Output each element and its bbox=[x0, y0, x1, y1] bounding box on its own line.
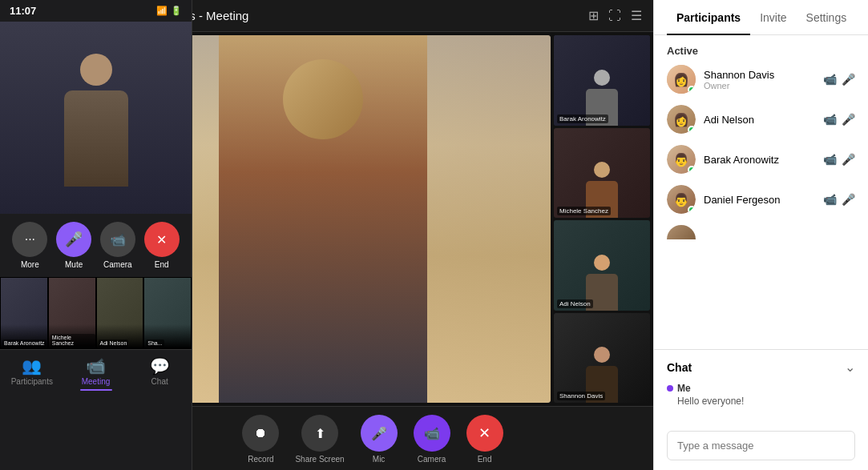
avatar-daniel: 👨 bbox=[667, 185, 696, 214]
mobile-bottom-nav: 👥 Participants 📹 Meeting 💬 Chat bbox=[0, 349, 192, 394]
chat-msg-text: Hello everyone! bbox=[667, 396, 855, 407]
avatar-adi: 👩 bbox=[667, 105, 696, 134]
mobile-thumb-2-label: Michele Sanchez bbox=[50, 334, 95, 347]
end-call-button[interactable]: ✕ End bbox=[466, 415, 503, 464]
chat-msg-sender-me: Me bbox=[667, 383, 855, 394]
chat-header: Chat ⌄ bbox=[667, 360, 855, 375]
side-video-1[interactable]: Barak Aronowitz bbox=[554, 35, 650, 126]
status-dot-adi bbox=[688, 126, 696, 134]
grid-view-icon[interactable]: ⊞ bbox=[588, 8, 599, 23]
mobile-more-button[interactable]: ··· More bbox=[12, 222, 47, 269]
partial-avatar bbox=[667, 225, 696, 239]
chat-input[interactable] bbox=[667, 431, 855, 460]
mobile-nav-chat[interactable]: 💬 Chat bbox=[127, 356, 192, 391]
participant-icons-daniel: 📹 🎤 bbox=[823, 193, 855, 206]
participant-icons-adi: 📹 🎤 bbox=[823, 113, 855, 126]
mobile-controls: ··· More 🎤 Mute 📹 Camera ✕ End bbox=[0, 214, 192, 277]
mic-icon-daniel: 🎤 bbox=[842, 193, 855, 206]
participant-row-daniel: 👨 Daniel Fergeson 📹 🎤 bbox=[667, 185, 855, 214]
camera-icon-barak: 📹 bbox=[823, 153, 837, 166]
participant-icons-shannon: 📹 🎤 bbox=[823, 73, 855, 86]
tab-settings[interactable]: Settings bbox=[797, 0, 857, 35]
expand-icon[interactable]: ⛶ bbox=[608, 9, 621, 23]
chat-online-dot bbox=[667, 385, 673, 392]
mobile-thumb-1[interactable]: Barak Aronowitz bbox=[0, 277, 48, 349]
mobile-overlay: 11:07 📶 🔋 ··· More 🎤 Mute bbox=[0, 0, 192, 470]
avatar-shannon: 👩 bbox=[667, 65, 696, 94]
avatar-barak: 👨 bbox=[667, 145, 696, 174]
mic-icon-shannon: 🎤 bbox=[842, 73, 855, 86]
camera-button[interactable]: 📹 Camera bbox=[414, 415, 450, 464]
status-dot-barak bbox=[688, 166, 696, 174]
side-video-1-label: Barak Aronowitz bbox=[557, 114, 608, 123]
participant-info-shannon: Shannon Davis Owner bbox=[704, 69, 815, 90]
mobile-thumb-2[interactable]: Michele Sanchez bbox=[48, 277, 96, 349]
mobile-nav-meeting[interactable]: 📹 Meeting bbox=[64, 356, 128, 391]
participants-content: Active 👩 Shannon Davis Owner 📹 🎤 bbox=[654, 35, 868, 349]
status-dot-shannon bbox=[688, 86, 696, 94]
meeting-header-icons: ⊞ ⛶ ☰ bbox=[588, 8, 642, 23]
chat-input-area[interactable] bbox=[654, 424, 868, 470]
side-video-4-label: Shannon Davis bbox=[557, 392, 605, 400]
mic-icon-adi: 🎤 bbox=[842, 113, 855, 126]
chat-title: Chat bbox=[667, 361, 692, 374]
mobile-time: 11:07 bbox=[10, 5, 36, 17]
participant-row-barak: 👨 Barak Aronowitz 📹 🎤 bbox=[667, 145, 855, 174]
mobile-nav-participants[interactable]: 👥 Participants bbox=[0, 356, 64, 391]
side-video-3-label: Adi Nelson bbox=[557, 299, 593, 308]
chat-nav-icon: 💬 bbox=[150, 356, 170, 376]
camera-icon-daniel: 📹 bbox=[823, 193, 837, 206]
side-video-2-label: Michele Sanchez bbox=[557, 207, 611, 215]
camera-icon-shannon: 📹 bbox=[823, 73, 837, 86]
participant-icons-barak: 📹 🎤 bbox=[823, 153, 855, 166]
chat-messages: Me Hello everyone! bbox=[667, 383, 855, 407]
mobile-main-video bbox=[0, 22, 192, 214]
nav-active-indicator bbox=[80, 389, 112, 391]
record-button[interactable]: ⏺ Record bbox=[242, 415, 279, 464]
active-section-header: Active bbox=[667, 45, 855, 57]
meeting-nav-icon: 📹 bbox=[86, 356, 106, 376]
participants-nav-icon: 👥 bbox=[22, 356, 42, 376]
tab-invite[interactable]: Invite bbox=[750, 0, 796, 35]
panel-tabs: Participants Invite Settings bbox=[654, 0, 868, 35]
share-screen-button[interactable]: ⬆ Share Screen bbox=[295, 415, 344, 464]
more-options-icon[interactable]: ☰ bbox=[631, 8, 642, 23]
side-videos: Barak Aronowitz Michele Sanchez bbox=[554, 35, 650, 403]
participant-row-adi: 👩 Adi Nelson 📹 🎤 bbox=[667, 105, 855, 134]
chat-section: Chat ⌄ Me Hello everyone! bbox=[654, 349, 868, 424]
mobile-status-bar: 11:07 📶 🔋 bbox=[0, 0, 192, 22]
mobile-camera-button[interactable]: 📹 Camera bbox=[100, 222, 135, 269]
battery-icon: 🔋 bbox=[171, 6, 182, 16]
chat-collapse-icon[interactable]: ⌄ bbox=[845, 360, 855, 375]
chat-sender-name: Me bbox=[677, 383, 691, 394]
wifi-icon: 📶 bbox=[156, 6, 168, 16]
participant-info-barak: Barak Aronowitz bbox=[704, 154, 815, 166]
tab-participants[interactable]: Participants bbox=[667, 0, 750, 35]
participant-info-daniel: Daniel Fergeson bbox=[704, 194, 815, 206]
side-video-3[interactable]: Adi Nelson bbox=[554, 220, 650, 311]
mobile-thumb-4[interactable]: Sha... bbox=[143, 277, 192, 349]
mobile-thumb-3[interactable]: Adi Nelson bbox=[96, 277, 144, 349]
mobile-thumb-1-label: Barak Aronowitz bbox=[2, 339, 46, 347]
side-video-2[interactable]: Michele Sanchez bbox=[554, 128, 650, 219]
mic-button[interactable]: 🎤 Mic bbox=[361, 415, 398, 464]
mic-icon-barak: 🎤 bbox=[842, 153, 855, 166]
mobile-thumbnails: Barak Aronowitz Michele Sanchez Adi Nels… bbox=[0, 277, 192, 349]
side-video-4[interactable]: Shannon Davis bbox=[554, 313, 650, 404]
status-dot-daniel bbox=[688, 206, 696, 214]
participant-row-shannon: 👩 Shannon Davis Owner 📹 🎤 bbox=[667, 65, 855, 94]
mobile-status-icons: 📶 🔋 bbox=[156, 6, 182, 16]
right-panel: Participants Invite Settings Active 👩 Sh… bbox=[653, 0, 868, 470]
camera-icon-adi: 📹 bbox=[823, 113, 837, 126]
mobile-mute-button[interactable]: 🎤 Mute bbox=[56, 222, 91, 269]
mobile-thumb-4-label: Sha... bbox=[146, 339, 164, 347]
mobile-end-button[interactable]: ✕ End bbox=[144, 222, 180, 269]
mobile-thumb-3-label: Adi Nelson bbox=[99, 339, 129, 347]
participant-info-adi: Adi Nelson bbox=[704, 114, 815, 126]
